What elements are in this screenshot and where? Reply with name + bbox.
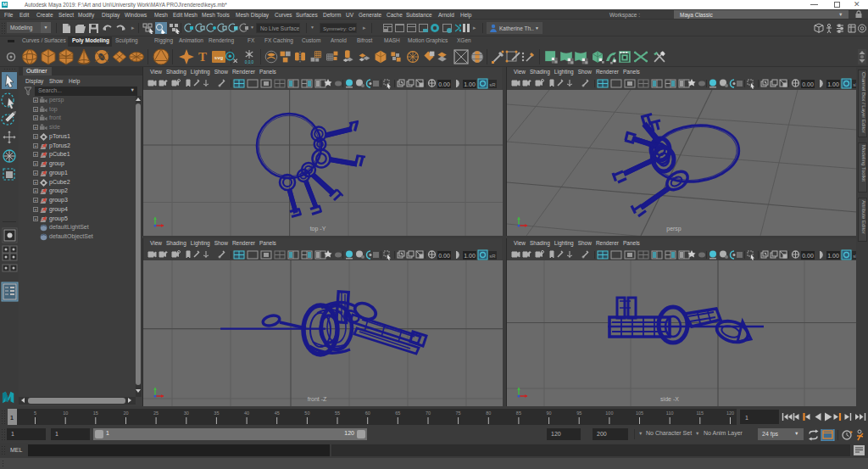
svg-text:15: 15 — [93, 410, 98, 416]
svg-text:persp: persp — [666, 226, 682, 232]
svg-text:85: 85 — [516, 410, 521, 416]
svg-text:0,0,0: 0,0,0 — [245, 60, 254, 64]
svg-text:45: 45 — [275, 410, 280, 416]
svg-text:1: 1 — [745, 415, 748, 421]
svg-text:60: 60 — [365, 410, 370, 416]
svg-text:10: 10 — [63, 410, 68, 416]
svg-text:95: 95 — [576, 410, 581, 416]
svg-text:top -Y: top -Y — [310, 226, 326, 232]
svg-text:5: 5 — [34, 410, 36, 416]
svg-text:30: 30 — [184, 410, 189, 416]
svg-text:svg: svg — [214, 55, 224, 60]
svg-text:65: 65 — [395, 410, 400, 416]
svg-text:40: 40 — [244, 410, 249, 416]
svg-text:T: T — [198, 50, 207, 64]
svg-text:90: 90 — [547, 410, 552, 416]
svg-text:35: 35 — [214, 410, 219, 416]
svg-text:25: 25 — [153, 410, 159, 416]
svg-text:70: 70 — [426, 410, 431, 416]
svg-text:1: 1 — [10, 415, 14, 421]
svg-text:55: 55 — [335, 410, 340, 416]
svg-text:110: 110 — [666, 410, 674, 416]
svg-text:front -Z: front -Z — [308, 396, 327, 402]
svg-text:75: 75 — [456, 410, 461, 416]
svg-text:80: 80 — [486, 410, 491, 416]
svg-text:120: 120 — [726, 410, 734, 416]
svg-text:side -X: side -X — [660, 396, 679, 402]
svg-text:50: 50 — [304, 410, 309, 416]
svg-text:115: 115 — [696, 410, 704, 416]
svg-text:105: 105 — [636, 410, 643, 416]
svg-text:20: 20 — [123, 410, 128, 416]
svg-text:100: 100 — [605, 410, 613, 416]
